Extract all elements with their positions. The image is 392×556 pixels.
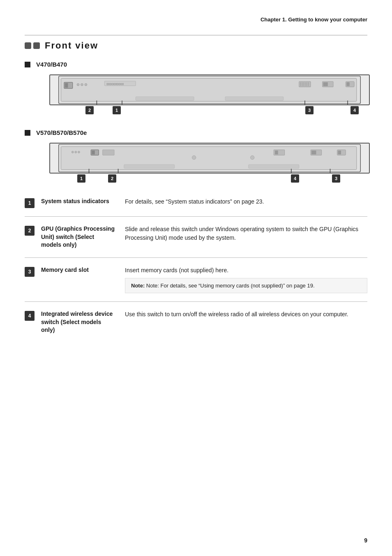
page-container: Chapter 1. Getting to know your computer…	[0, 0, 392, 556]
section-title: Front view	[45, 40, 98, 51]
diagram1: 0000000000	[49, 74, 370, 105]
item-row-4: 4 Integrated wireless device switch (Sel…	[25, 310, 367, 334]
divider-3	[25, 301, 367, 302]
svg-point-5	[81, 83, 83, 86]
item-number-4: 4	[25, 311, 35, 321]
badge-1a: 1	[113, 106, 121, 114]
note-label: Note:	[131, 283, 146, 289]
chapter-title: Chapter 1. Getting to know your computer	[261, 16, 367, 23]
item-term-3: Memory card slot	[41, 266, 115, 274]
divider-2	[25, 257, 367, 258]
item-term-1: System status indicators	[41, 197, 115, 206]
item-desc-4: Use this switch to turn on/off the wirel…	[125, 310, 367, 319]
svg-rect-9	[299, 81, 311, 87]
svg-rect-21	[225, 97, 284, 100]
section-icon-2	[33, 42, 40, 49]
svg-rect-20	[136, 97, 194, 100]
svg-rect-37	[275, 151, 278, 154]
svg-rect-42	[124, 164, 175, 168]
diagram2-container: 1 2 4 3	[49, 143, 367, 186]
badge-3a: 3	[305, 106, 314, 114]
diagram2	[49, 143, 370, 174]
badge-3b: 3	[332, 174, 340, 183]
svg-rect-3	[65, 83, 68, 88]
diagram1-numbers: 2 1 3 4	[49, 106, 370, 118]
item-row-1: 1 System status indicators For details, …	[25, 197, 367, 208]
model2-heading: V570/B570/B570e	[25, 129, 367, 136]
svg-rect-33	[103, 150, 114, 155]
item-number-2: 2	[25, 226, 35, 236]
items-list: 1 System status indicators For details, …	[25, 197, 367, 334]
svg-text:0000000000: 0000000000	[106, 82, 124, 86]
section-title-bar: Front view	[25, 35, 367, 51]
svg-point-35	[250, 155, 254, 159]
badge-2b: 2	[108, 174, 116, 183]
item-desc-1: For details, see “System status indicato…	[125, 197, 367, 206]
svg-rect-19	[346, 82, 350, 86]
diagram1-svg: 0000000000	[50, 75, 369, 104]
badge-4a: 4	[350, 106, 359, 114]
page-number: 9	[364, 537, 367, 544]
item-desc-2: Slide and release this switch under Wind…	[125, 225, 367, 242]
diagram1-container: 0000000000	[49, 74, 367, 118]
item-desc-3: Insert memory cards (not supplied) here.…	[125, 266, 367, 294]
badge-1b: 1	[77, 174, 85, 183]
svg-point-6	[85, 83, 87, 86]
diagram2-svg	[50, 144, 369, 173]
svg-rect-17	[323, 82, 327, 86]
divider-1	[25, 216, 367, 217]
svg-point-4	[77, 83, 79, 86]
note-text-3: Note: For details, see “Using memory car…	[146, 283, 315, 289]
item-term-2: GPU (Graphics Processing Unit) switch (S…	[41, 225, 115, 249]
svg-rect-39	[311, 151, 316, 154]
section-icon-1	[25, 42, 31, 49]
svg-rect-32	[92, 151, 95, 154]
item-row-3: 3 Memory card slot Insert memory cards (…	[25, 266, 367, 294]
diagram2-numbers: 1 2 4 3	[49, 174, 370, 186]
svg-point-34	[192, 155, 196, 159]
badge-2a: 2	[85, 106, 94, 114]
item-number-1: 1	[25, 198, 35, 208]
chapter-header: Chapter 1. Getting to know your computer	[25, 16, 367, 23]
model2-label: V570/B570/B570e	[36, 129, 87, 136]
model2-bullet	[25, 130, 30, 136]
note-box-3: Note: Note: For details, see “Using memo…	[125, 278, 367, 294]
section-icons	[25, 42, 40, 49]
item-term-4: Integrated wireless device switch (Selec…	[41, 310, 115, 334]
model1-heading: V470/B470	[25, 61, 367, 68]
model1-bullet	[25, 62, 30, 67]
item-row-2: 2 GPU (Graphics Processing Unit) switch …	[25, 225, 367, 249]
svg-point-28	[71, 151, 74, 153]
svg-rect-41	[338, 151, 341, 154]
svg-point-29	[75, 151, 77, 153]
svg-rect-43	[249, 164, 299, 168]
svg-point-30	[78, 151, 80, 153]
badge-4b: 4	[291, 174, 299, 183]
item-number-3: 3	[25, 267, 35, 277]
model1-label: V470/B470	[36, 61, 67, 68]
